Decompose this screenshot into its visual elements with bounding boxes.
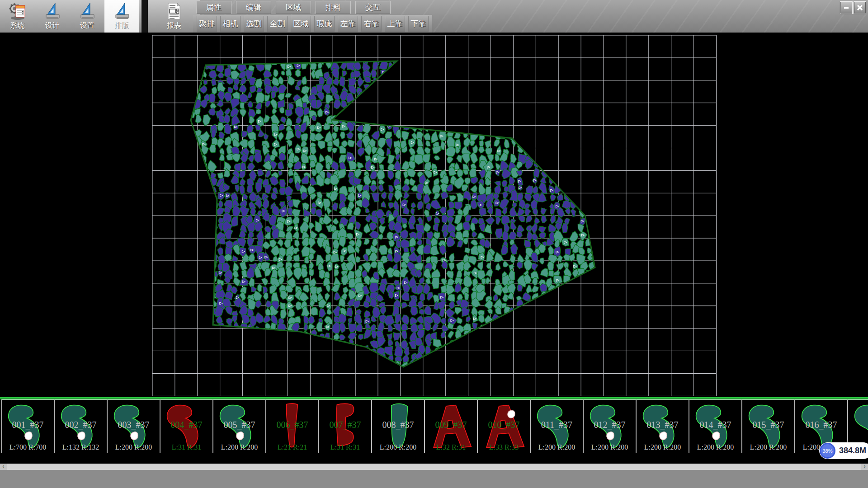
tool-button-上靠[interactable]: 上靠 bbox=[385, 16, 405, 32]
horizontal-scrollbar[interactable]: ‹ › bbox=[0, 464, 868, 470]
thumbnail-cell-001[interactable]: 001_#37L:700 R:700 bbox=[1, 399, 54, 453]
top-toolbar: 系统设计设置排版 报表 属性编辑区域排料交互 聚排相机选割全割区域瑕疵左靠右靠上… bbox=[0, 0, 868, 33]
piece-shape-icon bbox=[160, 400, 212, 453]
toolbar-button-系统[interactable]: 系统 bbox=[0, 0, 35, 33]
piece-shape-icon bbox=[531, 400, 583, 453]
tool-button-聚排[interactable]: 聚排 bbox=[197, 16, 217, 32]
minimize-button[interactable] bbox=[840, 1, 853, 14]
piece-shape-icon bbox=[425, 400, 477, 453]
tool-button-全割[interactable]: 全割 bbox=[267, 16, 288, 32]
menu-tab-属性[interactable]: 属性 bbox=[196, 1, 231, 14]
memory-value: 384.8M bbox=[839, 446, 866, 455]
ruler-icon bbox=[78, 2, 96, 21]
toolbar-button-排版[interactable]: 排版 bbox=[104, 0, 139, 33]
thumbnail-cell-015[interactable]: 015_#37L:200 R:200 bbox=[742, 399, 795, 453]
tool-button-row: 聚排相机选割全割区域瑕疵左靠右靠上靠下靠 bbox=[193, 15, 432, 33]
toolbar-button-label: 报表 bbox=[167, 21, 181, 31]
ruler-icon bbox=[43, 2, 61, 21]
progress-percent-value: 38% bbox=[822, 448, 832, 454]
piece-shape-icon bbox=[319, 400, 371, 453]
memory-status-pill: 38% 384.8M bbox=[819, 442, 868, 459]
status-bar bbox=[0, 470, 868, 488]
thumbnail-cell-012[interactable]: 012_#37L:200 R:200 bbox=[583, 399, 636, 453]
thumbnail-cell-014[interactable]: 014_#37L:200 R:200 bbox=[689, 399, 742, 453]
thumbnail-cell-004[interactable]: 004_#37L:31 R:31 bbox=[160, 399, 213, 453]
toolbar-button-报表[interactable]: 报表 bbox=[148, 0, 200, 33]
toolbar-button-label: 系统 bbox=[10, 21, 25, 31]
report-panel: 报表 bbox=[148, 0, 200, 33]
tool-button-区域[interactable]: 区域 bbox=[291, 16, 311, 32]
tool-button-相机[interactable]: 相机 bbox=[220, 16, 241, 32]
piece-shape-icon bbox=[637, 400, 689, 453]
tool-button-选割[interactable]: 选割 bbox=[244, 16, 264, 32]
tool-button-瑕疵[interactable]: 瑕疵 bbox=[314, 16, 335, 32]
piece-shape-icon bbox=[478, 400, 530, 453]
tool-button-下靠[interactable]: 下靠 bbox=[408, 16, 429, 32]
thumbnail-cell-013[interactable]: 013_#37L:200 R:200 bbox=[636, 399, 689, 453]
minimize-icon bbox=[843, 4, 850, 11]
piece-shape-icon bbox=[213, 400, 265, 453]
tool-button-右靠[interactable]: 右靠 bbox=[361, 16, 382, 32]
thumbnail-cell-010[interactable]: 010_#37L:33 R:33 bbox=[477, 399, 530, 453]
menu-tab-编辑[interactable]: 编辑 bbox=[236, 1, 271, 14]
thumbnail-cell-007[interactable]: 007_#37L:31 R:31 bbox=[319, 399, 372, 453]
ruler-icon bbox=[113, 2, 131, 21]
nested-pieces bbox=[184, 51, 603, 374]
system-gear-icon bbox=[9, 2, 28, 21]
piece-shape-icon bbox=[372, 400, 424, 453]
icon-toolbar: 系统设计设置排版 bbox=[0, 0, 142, 33]
thumbnail-cell-008[interactable]: 008_#37L:200 R:200 bbox=[372, 399, 425, 453]
toolbar-button-设计[interactable]: 设计 bbox=[35, 0, 70, 33]
thumbnail-cell-009[interactable]: 009_#37L:32 R:31 bbox=[425, 399, 477, 453]
menu-tab-区域[interactable]: 区域 bbox=[276, 1, 311, 14]
toolbar-button-label: 设置 bbox=[80, 21, 94, 31]
report-icon bbox=[165, 2, 183, 21]
piece-shape-icon bbox=[2, 400, 54, 453]
menu-tab-排料[interactable]: 排料 bbox=[316, 1, 351, 14]
thumbnail-cell-002[interactable]: 002_#37L:132 R:132 bbox=[54, 399, 107, 453]
menu-tab-交互[interactable]: 交互 bbox=[355, 1, 391, 14]
menu-tab-bar: 属性编辑区域排料交互 bbox=[196, 1, 391, 14]
piece-shape-icon bbox=[108, 400, 160, 453]
tool-button-左靠[interactable]: 左靠 bbox=[338, 16, 358, 32]
toolbar-button-label: 设计 bbox=[45, 21, 60, 31]
piece-shape-icon bbox=[689, 400, 741, 453]
scroll-right-button[interactable]: › bbox=[861, 464, 868, 470]
close-button[interactable] bbox=[854, 1, 866, 14]
toolbar-button-设置[interactable]: 设置 bbox=[70, 0, 104, 33]
piece-thumbnail-strip: 001_#37L:700 R:700002_#37L:132 R:132003_… bbox=[0, 399, 868, 454]
thumbnail-cell-003[interactable]: 003_#37L:200 R:200 bbox=[107, 399, 160, 453]
piece-shape-icon bbox=[742, 400, 794, 453]
piece-shape-icon bbox=[584, 400, 636, 453]
progress-percent-badge: 38% bbox=[820, 443, 835, 459]
toolbar-divider bbox=[142, 0, 148, 33]
thumbnail-cell-005[interactable]: 005_#37L:200 R:200 bbox=[213, 399, 266, 453]
thumbnail-cell-006[interactable]: 006_#37L:21 R:21 bbox=[266, 399, 319, 453]
scroll-left-button[interactable]: ‹ bbox=[0, 464, 7, 470]
application-window: 系统设计设置排版 报表 属性编辑区域排料交互 聚排相机选割全割区域瑕疵左靠右靠上… bbox=[0, 0, 868, 488]
window-controls bbox=[840, 1, 866, 14]
thumbnail-cell-011[interactable]: 011_#37L:200 R:200 bbox=[530, 399, 583, 453]
piece-shape-icon bbox=[266, 400, 318, 453]
piece-shape-icon bbox=[55, 400, 107, 453]
toolbar-button-label: 排版 bbox=[115, 21, 129, 31]
close-icon bbox=[856, 4, 863, 11]
